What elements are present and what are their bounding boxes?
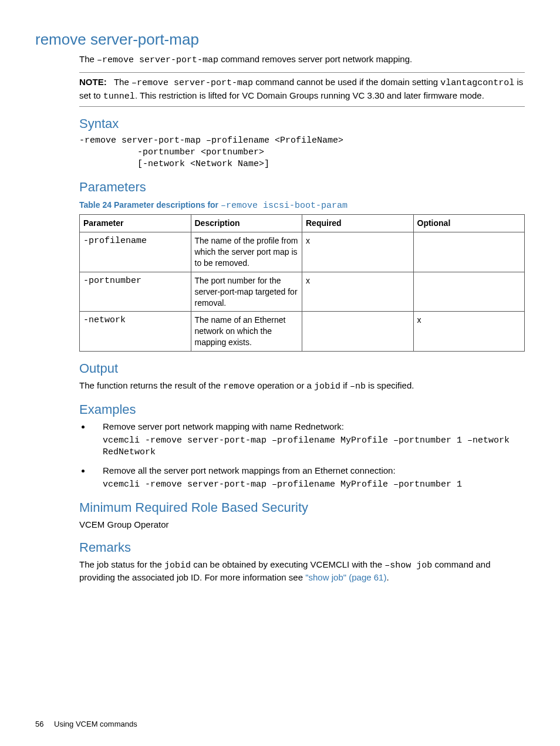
example-code: vcemcli -remove server-port-map –profile… <box>103 435 525 459</box>
text: if <box>340 380 350 390</box>
command-name: –remove server-port-map <box>97 55 218 65</box>
note-label: NOTE: <box>79 77 107 87</box>
output-text: The function returns the result of the r… <box>79 380 525 393</box>
code-inline: jobid <box>164 561 191 571</box>
cross-reference-link[interactable]: "show job" (page 61) <box>305 572 386 582</box>
parameters-table: Parameter Description Required Optional … <box>79 214 525 352</box>
text: . This restriction is lifted for VC Doma… <box>135 90 484 100</box>
section-heading-output: Output <box>79 360 525 377</box>
param-optional <box>413 272 525 312</box>
example-code: vcemcli -remove server-port-map –profile… <box>103 479 525 491</box>
text: operation or a <box>255 380 314 390</box>
text: command removes server port network mapp… <box>218 54 412 64</box>
col-header-optional: Optional <box>413 215 525 232</box>
section-heading-security: Minimum Required Role Based Security <box>79 499 525 517</box>
page-title: remove server-port-map <box>35 29 525 50</box>
example-description: Remove server port network mapping with … <box>103 421 525 433</box>
section-heading-parameters: Parameters <box>79 178 525 196</box>
code-inline: –nb <box>350 382 366 391</box>
section-heading-examples: Examples <box>79 401 525 418</box>
param-desc: The name of an Ethernet network on which… <box>191 312 302 352</box>
param-name: -network <box>80 312 191 352</box>
text: . <box>386 572 389 582</box>
caption-command: –remove iscsi-boot-param <box>221 201 348 211</box>
text: The <box>114 77 131 87</box>
remarks-text: The job status for the jobid can be obta… <box>79 559 525 584</box>
syntax-code: -remove server-port-map –profilename <Pr… <box>79 135 525 171</box>
table-caption: Table 24 Parameter descriptions for –rem… <box>79 200 525 212</box>
table-header-row: Parameter Description Required Optional <box>80 215 525 232</box>
table-row: -profilename The name of the profile fro… <box>80 232 525 272</box>
section-heading-remarks: Remarks <box>79 539 525 556</box>
param-desc: The name of the profile from which the s… <box>191 232 302 272</box>
code-inline: remove <box>223 382 255 391</box>
example-description: Remove all the server port network mappi… <box>103 465 525 477</box>
caption-text: Table 24 Parameter descriptions for <box>79 200 221 210</box>
param-required <box>302 312 414 352</box>
list-item: Remove server port network mapping with … <box>91 421 525 459</box>
code-inline: jobid <box>314 382 340 391</box>
col-header-required: Required <box>302 215 414 232</box>
param-name: -profilename <box>80 232 191 272</box>
param-name: -portnumber <box>80 272 191 312</box>
col-header-description: Description <box>191 215 302 232</box>
param-optional <box>413 232 525 272</box>
col-header-parameter: Parameter <box>80 215 191 232</box>
param-optional: x <box>413 312 525 352</box>
param-required: x <box>302 232 414 272</box>
table-row: -network The name of an Ethernet network… <box>80 312 525 352</box>
examples-list: Remove server port network mapping with … <box>79 421 525 491</box>
text: is specified. <box>366 380 414 390</box>
table-row: -portnumber The port number for the serv… <box>80 272 525 312</box>
list-item: Remove all the server port network mappi… <box>91 465 525 491</box>
command-name: –remove server-port-map <box>131 78 253 88</box>
param-desc: The port number for the server-port-map … <box>191 272 302 312</box>
security-text: VCEM Group Operator <box>79 519 525 531</box>
text: The job status for the <box>79 559 164 569</box>
text: The function returns the result of the <box>79 380 223 390</box>
code-inline: –show job <box>384 561 432 571</box>
section-heading-syntax: Syntax <box>79 115 525 133</box>
text: can be obtained by executing VCEMCLI wit… <box>191 559 384 569</box>
code-inline: vlantagcontrol <box>440 78 514 88</box>
code-inline: tunnel <box>103 92 135 102</box>
param-required: x <box>302 272 414 312</box>
intro-text: The –remove server-port-map command remo… <box>79 53 525 66</box>
text: command cannot be used if the domain set… <box>253 77 440 87</box>
note-box: NOTE: The –remove server-port-map comman… <box>79 72 525 107</box>
text: The <box>79 54 97 64</box>
